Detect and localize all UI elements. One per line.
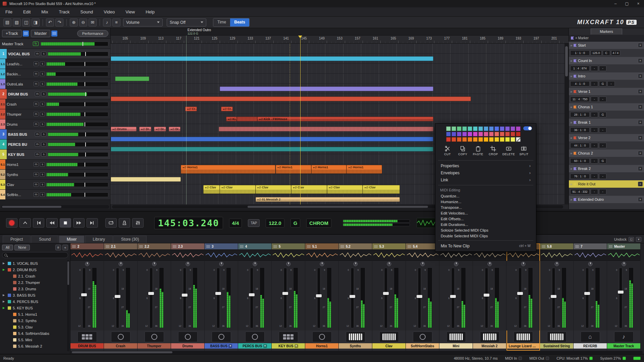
color-swatch[interactable]: [500, 137, 504, 142]
zoom-out-icon[interactable]: ⊖: [79, 18, 87, 26]
mixer-tree-item[interactable]: 5.4. SoftHornStabs: [0, 330, 67, 337]
color-swatch[interactable]: [446, 132, 451, 136]
marker-name[interactable]: Start: [578, 43, 637, 47]
audio-clip[interactable]: ▸∅ Horns1: [276, 165, 312, 174]
marker-field[interactable]: 125.0: [591, 50, 602, 56]
menu-item-quantize[interactable]: Quantize...: [435, 193, 536, 199]
mixer-channel[interactable]: 5.8 0612 9182736 Sustained String: [540, 243, 574, 351]
pan-knob[interactable]: [420, 262, 425, 266]
audio-clip[interactable]: ▸∅ Clav: [327, 185, 363, 194]
fader-handle[interactable]: [182, 294, 187, 297]
volume-fader[interactable]: [283, 267, 287, 328]
mixer-channel[interactable]: Master 0612 9182736 ♪ Master Track: [607, 243, 641, 351]
volume-fader[interactable]: [418, 267, 421, 328]
audio-clip[interactable]: ▸∅ Clav: [291, 185, 327, 194]
mute-button[interactable]: m: [35, 152, 40, 157]
timeline-marker-label[interactable]: Extended Outro 122.0 G: [187, 28, 211, 35]
channel-header[interactable]: 5.2: [339, 243, 372, 249]
marker-position[interactable]: 1 : 4 : 874: [570, 66, 590, 71]
track-name[interactable]: Backin...: [7, 72, 32, 76]
tab-store-30[interactable]: Store (30): [113, 236, 147, 243]
color-swatch[interactable]: [446, 137, 451, 142]
solo-button[interactable]: s: [40, 162, 45, 167]
track-volume-meter[interactable]: [46, 182, 108, 187]
channel-name-label[interactable]: Crash: [104, 343, 137, 349]
track-volume-meter[interactable]: [46, 82, 108, 86]
go-to-start-button[interactable]: [33, 218, 44, 228]
timeline-lane[interactable]: [111, 94, 565, 104]
playhead-line[interactable]: [300, 36, 301, 204]
audio-clip[interactable]: [111, 56, 433, 61]
audio-clip[interactable]: ▸∅ Clav: [220, 185, 256, 194]
mixer-channel[interactable]: 2.3 0612 9182736 Drums: [171, 243, 205, 351]
mute-button[interactable]: m: [34, 82, 39, 86]
audio-clip[interactable]: ▸∅ Drums: [111, 127, 137, 131]
fader-handle[interactable]: [282, 292, 288, 295]
marker-name[interactable]: Break 2: [578, 167, 637, 171]
fader-handle[interactable]: [584, 292, 590, 295]
track-name[interactable]: SoftHo...: [7, 193, 32, 197]
marker-delete-button[interactable]: ×: [638, 135, 643, 140]
bar-ruler[interactable]: 1051091131171211251291331371411451491531…: [111, 36, 569, 44]
zoom-in-icon[interactable]: ⊕: [70, 18, 78, 26]
track-volume-meter[interactable]: [48, 132, 108, 137]
fader-handle[interactable]: [115, 295, 120, 298]
maximize-button[interactable]: ▢: [621, 0, 633, 7]
instrument-icon-box[interactable]: [346, 331, 365, 342]
track-name[interactable]: VOCAL BUS: [8, 52, 34, 56]
channel-header[interactable]: 5.8: [540, 243, 573, 249]
track-volume-meter[interactable]: [46, 192, 108, 197]
instrument-icon-box[interactable]: [446, 331, 466, 342]
mixer-channel[interactable]: 2.1 0612 9182736 Crash: [104, 243, 138, 351]
instrument-icon-box[interactable]: [514, 331, 533, 342]
channel-name-label[interactable]: Lounge Lizard S...: [506, 343, 540, 349]
color-swatch[interactable]: [451, 132, 456, 136]
channel-header[interactable]: 5.4: [406, 243, 439, 249]
volume-fader[interactable]: [183, 267, 186, 328]
audio-clip[interactable]: [115, 76, 149, 81]
track-row[interactable]: 1.1 LeadVo... m s: [0, 59, 110, 69]
track-color-tab[interactable]: 2.3: [0, 119, 5, 129]
master-volume-meter[interactable]: [41, 42, 108, 46]
fader-handle[interactable]: [249, 293, 255, 296]
mixer-tree-item[interactable]: 2.3. Drums: [0, 286, 67, 292]
channel-menu-icon[interactable]: [72, 245, 76, 248]
marker-expand-icon[interactable]: »: [570, 120, 572, 124]
color-swatch[interactable]: [484, 137, 488, 142]
marker-position[interactable]: 44 : 1 : 0: [570, 143, 590, 148]
color-swatch[interactable]: [478, 126, 483, 131]
gear-icon[interactable]: ≡: [55, 245, 61, 250]
solo-button[interactable]: s: [41, 52, 46, 56]
pan-knob[interactable]: [521, 262, 525, 266]
marker-delete-button[interactable]: ×: [638, 43, 643, 48]
solo-button[interactable]: s: [41, 142, 46, 146]
mute-button[interactable]: m: [35, 132, 40, 136]
marker-card[interactable]: » Chorus 2 × 60 : 1 : 0 -G: [569, 149, 644, 165]
menu-item-envelopes[interactable]: Envelopes ›: [435, 169, 536, 176]
menu-item-edit-velocities[interactable]: Edit Velocities...: [435, 210, 536, 216]
track-row[interactable]: 5.2 Synths m s: [0, 170, 110, 180]
color-swatch[interactable]: [511, 126, 515, 131]
mute-button[interactable]: m: [34, 182, 39, 187]
track-volume-meter[interactable]: [46, 112, 108, 117]
marker-field[interactable]: C: [603, 50, 610, 56]
marker-field[interactable]: G: [599, 112, 606, 117]
marker-name[interactable]: Intro: [578, 74, 637, 78]
color-swatch[interactable]: [484, 132, 488, 136]
color-swatch[interactable]: [516, 126, 521, 131]
marker-field[interactable]: -: [591, 97, 598, 102]
channel-name-label[interactable]: PERCS BUS +: [238, 343, 271, 349]
audio-clip[interactable]: [220, 86, 433, 91]
channel-name-label[interactable]: DRUM BUS: [70, 343, 104, 349]
color-swatch-none[interactable]: [516, 137, 521, 142]
marker-card[interactable]: » Chorus 1 × 28 : 1 : 0 -G: [569, 103, 644, 119]
mixer-channel[interactable]: 5.3 0612 9182736 Clav: [372, 243, 406, 351]
open-project-icon[interactable]: ▧: [13, 18, 21, 26]
paste-button[interactable]: PASTE: [471, 146, 485, 156]
pan-knob[interactable]: [118, 262, 123, 266]
fader-handle[interactable]: [450, 295, 456, 298]
audio-clip[interactable]: ▸∅ Horns1: [181, 165, 275, 174]
instrument-icon-box[interactable]: [77, 331, 97, 342]
menu-item-double-selected-midi-clips[interactable]: Double Selected MIDI Clips: [435, 233, 536, 239]
channel-name-label[interactable]: SoftHornStabs: [406, 343, 439, 349]
